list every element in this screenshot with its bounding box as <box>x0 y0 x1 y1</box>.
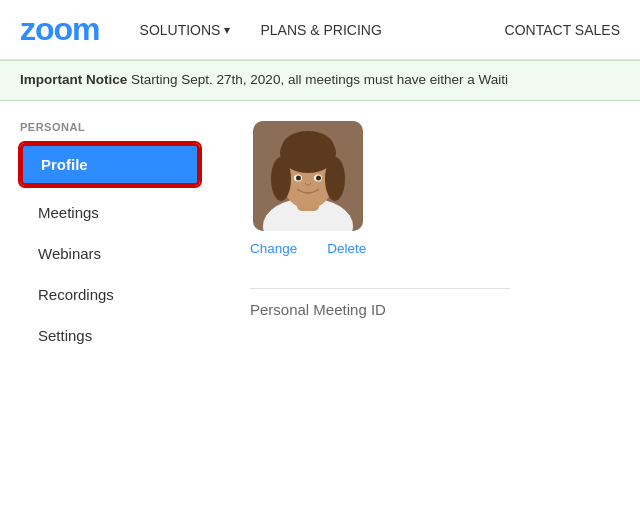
zoom-logo: zoom <box>20 11 100 48</box>
sidebar: PERSONAL Profile Meetings Webinars Recor… <box>0 121 220 514</box>
avatar-area: Change Delete <box>250 121 366 256</box>
notice-bold-text: Important Notice <box>20 72 127 87</box>
nav-contact-sales[interactable]: CONTACT SALES <box>505 22 620 38</box>
sidebar-item-webinars[interactable]: Webinars <box>20 233 200 274</box>
svg-point-8 <box>282 131 334 163</box>
nav-solutions[interactable]: SOLUTIONS <box>140 22 231 38</box>
main-content: PERSONAL Profile Meetings Webinars Recor… <box>0 101 640 514</box>
header: zoom SOLUTIONS PLANS & PRICING CONTACT S… <box>0 0 640 60</box>
avatar-actions: Change Delete <box>250 241 366 256</box>
change-avatar-button[interactable]: Change <box>250 241 297 256</box>
nav-plans-pricing[interactable]: PLANS & PRICING <box>260 22 381 38</box>
delete-avatar-button[interactable]: Delete <box>327 241 366 256</box>
notice-banner: Important Notice Starting Sept. 27th, 20… <box>0 60 640 101</box>
sidebar-section-label: PERSONAL <box>20 121 200 133</box>
sidebar-item-meetings[interactable]: Meetings <box>20 192 200 233</box>
avatar <box>253 121 363 231</box>
profile-content: Change Delete Personal Meeting ID <box>220 121 640 514</box>
main-nav: SOLUTIONS PLANS & PRICING CONTACT SALES <box>140 22 620 38</box>
notice-text: Starting Sept. 27th, 2020, all meetings … <box>131 72 508 87</box>
svg-point-11 <box>296 175 301 180</box>
sidebar-item-recordings[interactable]: Recordings <box>20 274 200 315</box>
svg-point-6 <box>271 157 291 201</box>
svg-point-7 <box>325 157 345 201</box>
personal-meeting-id-label: Personal Meeting ID <box>250 301 386 318</box>
svg-point-12 <box>316 175 321 180</box>
profile-divider <box>250 288 510 289</box>
avatar-image <box>253 121 363 231</box>
sidebar-item-settings[interactable]: Settings <box>20 315 200 356</box>
sidebar-item-profile[interactable]: Profile <box>20 143 200 186</box>
